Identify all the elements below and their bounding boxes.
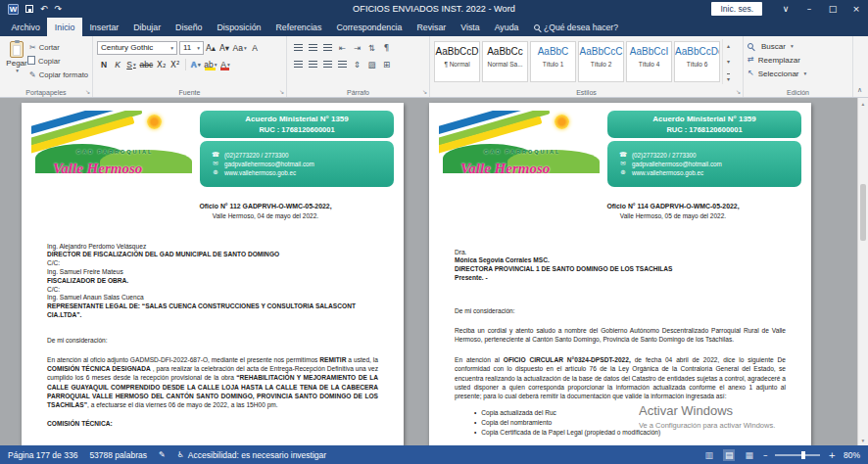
justify-button[interactable] — [335, 57, 350, 71]
scroll-up-icon[interactable]: ▴ — [858, 98, 868, 109]
ribbon-tab[interactable]: Disposición — [210, 18, 268, 36]
document-page-2[interactable]: GAD PARROQUIAL Valle Hermoso Acuerdo Min… — [429, 103, 811, 445]
dialog-launcher-icon[interactable]: ↘ — [279, 89, 284, 95]
ribbon-tab[interactable]: Ayuda — [487, 18, 526, 36]
scrollbar-thumb[interactable] — [860, 184, 866, 241]
word-count[interactable]: 53788 palabras — [89, 450, 147, 460]
italic-button[interactable]: K — [112, 57, 124, 71]
accessibility-status[interactable]: ♿ Accesibilidad: es necesario investigar — [177, 450, 326, 460]
styles-more-icon[interactable]: ▾ — [727, 73, 730, 82]
sign-in-button[interactable]: Inic. ses. — [711, 2, 762, 16]
borders-button[interactable]: ⊞ — [379, 57, 394, 71]
highlight-color-button[interactable]: ab ▾ — [203, 57, 217, 71]
sort-button[interactable]: ⇅ — [364, 40, 379, 55]
dropdown-icon: ▾ — [244, 45, 247, 51]
style-card[interactable]: AaBbCcD ¶ Normal — [434, 41, 480, 82]
numbering-button[interactable] — [306, 40, 320, 55]
dropdown-icon: ▾ — [170, 45, 173, 51]
superscript-button[interactable]: X² — [169, 57, 181, 71]
dialog-launcher-icon[interactable]: ↘ — [422, 89, 427, 95]
zoom-slider-thumb[interactable] — [801, 451, 805, 459]
clear-formatting-button[interactable]: A — [249, 40, 262, 55]
shrink-font-button[interactable]: A▾ — [218, 40, 231, 55]
bold-button[interactable]: N — [98, 57, 111, 71]
scroll-down-icon[interactable]: ▾ — [858, 435, 868, 445]
text-run: REMITIR — [319, 356, 346, 363]
ribbon-tab[interactable]: Revisar — [410, 18, 454, 36]
web-layout-button[interactable]: ▦ — [743, 449, 755, 461]
undo-icon[interactable]: ↶ — [40, 5, 48, 14]
change-case-button[interactable]: Aa ▾ — [232, 40, 248, 55]
style-card[interactable]: AaBbCc Normal Sa... — [482, 41, 528, 82]
email-address: gadpvallehermoso@hotmail.com — [632, 161, 722, 167]
ribbon-tab[interactable]: Archivo — [4, 18, 47, 36]
align-left-button[interactable] — [291, 57, 306, 71]
copy-icon — [29, 58, 35, 65]
cut-button[interactable]: ✂ Cortar — [29, 41, 88, 54]
styles-scroll-down-icon[interactable]: ▾ — [727, 58, 730, 65]
ribbon-tab[interactable]: Correspondencia — [329, 18, 410, 36]
show-marks-button[interactable]: ¶ — [379, 40, 394, 55]
dialog-launcher-icon[interactable]: ↘ — [736, 89, 741, 95]
page-indicator[interactable]: Página 177 de 336 — [8, 450, 77, 460]
styles-scroll-up-icon[interactable]: ▴ — [727, 42, 730, 49]
tell-me-box[interactable]: ¿Qué desea hacer? — [534, 18, 618, 36]
maximize-button[interactable]: □ — [821, 0, 844, 18]
ribbon-tab[interactable]: Diseño — [169, 18, 210, 36]
style-card[interactable]: AaBbCcDc Título 6 — [674, 41, 720, 82]
read-mode-button[interactable]: ▥ — [702, 449, 715, 461]
collapse-ribbon-icon[interactable]: ∧ — [857, 86, 862, 94]
find-button[interactable]: Buscar ▾ — [747, 39, 848, 53]
increase-indent-button[interactable]: ⇥ — [350, 40, 364, 55]
proofing-errors-icon[interactable]: ✎ — [159, 451, 166, 459]
ribbon-tab[interactable]: Referencias — [268, 18, 329, 36]
recipient-line: Ing. Samuel Freire Mateus — [47, 268, 378, 277]
font-color-button[interactable]: A ▾ — [218, 57, 231, 71]
replace-button[interactable]: ⇄ Reemplazar — [747, 53, 848, 67]
accessibility-icon: ♿ — [177, 451, 184, 459]
ribbon-tab[interactable]: Vista — [454, 18, 487, 36]
font-size-select[interactable]: 11 ▾ — [179, 41, 204, 55]
save-icon[interactable] — [25, 5, 33, 13]
align-right-button[interactable] — [320, 57, 335, 71]
underline-button[interactable]: S ▾ — [125, 57, 138, 71]
strikethrough-button[interactable]: abc — [139, 57, 155, 71]
multilevel-list-button[interactable] — [320, 40, 335, 55]
style-card[interactable]: AaBbC Título 1 — [530, 41, 576, 82]
style-card[interactable]: AaBbCcI Título 4 — [626, 41, 672, 82]
grow-font-button[interactable]: A▴ — [205, 40, 217, 55]
font-name-select[interactable]: Century Gothic ▾ — [97, 41, 177, 55]
ruc-number: RUC : 1768120600001 — [611, 125, 797, 134]
decrease-indent-button[interactable]: ⇤ — [335, 40, 350, 55]
shading-button[interactable]: ▨ — [364, 57, 379, 71]
zoom-slider[interactable] — [775, 454, 820, 456]
zoom-out-button[interactable]: – — [763, 450, 768, 460]
minimize-button[interactable]: – — [797, 0, 821, 18]
text-effects-button[interactable]: A ▾ — [189, 57, 202, 71]
multilevel-list-icon — [323, 44, 332, 51]
text-run: En atención al — [455, 356, 504, 363]
format-painter-button[interactable]: ✎ Copiar formato — [29, 69, 88, 81]
line-spacing-button[interactable]: ⇕ — [350, 57, 364, 71]
document-page-1[interactable]: GAD PARROQUIAL Valle Hermoso Acuerdo Min… — [22, 103, 404, 445]
align-center-button[interactable] — [306, 57, 320, 71]
ribbon-tab[interactable]: Dibujar — [126, 18, 169, 36]
ribbon-display-options-icon[interactable]: ∨ — [774, 0, 797, 18]
redo-icon[interactable]: ↷ — [55, 5, 63, 14]
close-button[interactable]: × — [844, 0, 868, 18]
dialog-launcher-icon[interactable]: ↘ — [85, 89, 90, 95]
print-layout-button[interactable]: ▤ — [723, 449, 736, 461]
text-run: COMISIÓN TÉCNICA DESIGNADA — [47, 365, 151, 372]
select-button[interactable]: ↖ Seleccionar ▾ — [747, 67, 848, 80]
subscript-button[interactable]: X₂ — [155, 57, 168, 71]
vertical-scrollbar[interactable]: ▴ ▾ — [857, 98, 868, 445]
bullets-button[interactable] — [291, 40, 306, 55]
gad-valle-hermoso-logo: GAD PARROQUIAL Valle Hermoso — [31, 111, 194, 187]
paste-button[interactable]: Pegar ▾ — [4, 39, 29, 85]
ribbon-tab[interactable]: Insertar — [82, 18, 126, 36]
zoom-in-button[interactable]: + — [828, 450, 836, 460]
ribbon-tab[interactable]: Inicio — [47, 18, 82, 36]
style-card[interactable]: AaBbCcC Título 2 — [578, 41, 624, 82]
copy-button[interactable]: Copiar — [29, 55, 88, 68]
zoom-level[interactable]: 80% — [844, 450, 860, 460]
